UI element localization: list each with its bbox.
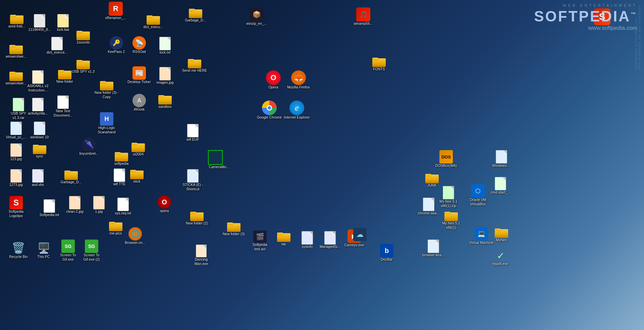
icon-cameramo[interactable]: CameraMo... [206, 150, 232, 169]
icon-sandbox[interactable]: sandbox [152, 94, 178, 109]
icon-firefox[interactable]: 🦊 Mozilla Firefox [285, 70, 312, 89]
icon-recycle-bin[interactable]: 🗑️ Recycle Bin [5, 241, 32, 259]
icon-windows-app[interactable]: Windows-... [488, 150, 515, 168]
icon-cloud[interactable]: ☁ [346, 228, 373, 241]
icon-label: KeePass 2 [108, 50, 125, 54]
icon-dancing-man[interactable]: Dancing Man.exe [188, 245, 215, 266]
icon-new-folder-2[interactable]: New folder (2) [183, 210, 210, 225]
icon-label: sys.req.txt [115, 211, 131, 215]
icon-clean-2jpg[interactable]: clean-2.jpg [61, 196, 88, 214]
opera-icon: O [158, 195, 171, 209]
icon-dict-execut2[interactable]: dict_execut... [44, 37, 70, 55]
icon-send-me[interactable]: Send me HERE [181, 58, 208, 73]
icon-softpedia-test[interactable]: 🎬 Softpedia test.avi [247, 230, 273, 251]
icon-mynes[interactable]: MyNes [488, 227, 515, 242]
icon-screen-to-gif[interactable]: SG Screen To Gif.exe [55, 240, 82, 261]
icon-label: images.jpg [157, 80, 174, 85]
icon-label: Garbage_D... [60, 180, 82, 184]
icon-softpedia-txt[interactable]: Softpedia.txt [36, 199, 63, 217]
file-icon [443, 186, 454, 199]
icon-label: Recycle Bin [9, 255, 28, 259]
icon-desktop-ticker[interactable]: 📰 Desktop Ticker [126, 66, 153, 84]
icon-asio4all[interactable]: ASIO4ALL v2 Instruction... [24, 70, 51, 92]
icon-sys-req-txt[interactable]: sys.req.txt [110, 198, 137, 215]
icon-docbar[interactable]: b DocBar [373, 244, 400, 262]
icon-garbage-d2[interactable]: Garbage_D... [58, 169, 85, 184]
icon-new-folder-3-copy[interactable]: New folder (3) - Copy [93, 80, 120, 99]
icon-this-pc[interactable]: 🖥️ This PC [30, 241, 57, 259]
icon-label: winamp56... [354, 21, 373, 26]
icon-label: Screen To Gif.exe (2) [78, 253, 105, 261]
icon-wtf-euf[interactable]: wtf.EUF [179, 124, 206, 142]
icon-hjsplitexe[interactable]: ✓ hjsplit.exe [487, 250, 514, 266]
icon-label: New folder (2) [186, 221, 208, 225]
icon-label: 1273.jpg [9, 183, 23, 187]
icon-opera[interactable]: O Opera [260, 70, 287, 89]
icon-new-text-doc[interactable]: New Text Document... [50, 95, 76, 117]
icon-label: hjsplit.exe [493, 262, 508, 266]
icon-cmd-start[interactable]: cmd-start_... [487, 177, 514, 195]
icon-dict-execu[interactable]: dict_execu... [140, 14, 167, 29]
icon-vrenamer[interactable]: R vRenamer_... [102, 2, 129, 20]
icon-label: Google Chrome [257, 115, 282, 120]
icon-dosbox[interactable]: DOS DOSBox(WA) [433, 150, 460, 168]
icon-opera2[interactable]: O opera [151, 195, 178, 213]
icon-lock-txt[interactable]: lock.txt [152, 37, 178, 55]
icon-winzip[interactable]: 📦 winzip_en_... [243, 7, 270, 26]
icon-winaerotwe-top[interactable]: winaerotwe... [3, 44, 30, 59]
icon-label: chrome-sea... [418, 211, 439, 215]
icon-browser-kea[interactable]: browser-kea... [420, 240, 447, 257]
icon-akiosk[interactable]: A AKiosk [126, 94, 153, 112]
icon-virtual-pc[interactable]: Virtual_pc_... [3, 122, 30, 139]
icon-label: dict_execut... [47, 50, 67, 55]
icon-images-jpg[interactable]: images.jpg [152, 67, 178, 85]
icon-softpedia-logo[interactable]: S Softpedia Logotipo [3, 196, 30, 218]
app-icon: 🌂 [82, 137, 96, 151]
icon-label: opera [160, 209, 169, 213]
icon-label: Browser.on... [125, 241, 145, 245]
icon-1sounds[interactable]: 1sounds [70, 29, 97, 45]
icon-rssowl[interactable]: 📡 RSSOwl [126, 36, 153, 54]
icon-label: sysinfo [302, 245, 313, 249]
icon-ut2004[interactable]: ut2004 [125, 141, 152, 156]
icon-tinyumbrel[interactable]: 🌂 tinyumbrel... [75, 137, 102, 156]
icon-new-folder-3[interactable]: New folder (3) [220, 221, 247, 236]
icon-11186455[interactable]: 11186455_8... [26, 14, 53, 32]
app-icon: R [109, 2, 123, 16]
opera-icon: O [266, 70, 281, 85]
icon-winamp56[interactable]: 🎵 winamp56... [350, 7, 377, 26]
icon-my-nes-x86[interactable]: My Nes 5.1 x86(1) [438, 210, 465, 229]
icon-label: asd.vbs [32, 183, 44, 187]
icon-lock-bat[interactable]: lock.bat [50, 14, 76, 32]
icon-1-jpg[interactable]: 1.jpg [86, 196, 112, 214]
icon-123-jpg[interactable]: 123.jpg [3, 143, 30, 161]
icon-browseron[interactable]: 🌐 Browser.on... [122, 227, 149, 245]
icon-fonts[interactable]: FONTS [366, 56, 392, 71]
icon-label: softpedia [114, 161, 129, 166]
icon-new-folder[interactable]: New folder [51, 69, 78, 84]
icon-managedsi[interactable]: ManagedSi... [317, 231, 343, 249]
icon-label: sync [36, 154, 43, 158]
folder-icon [158, 94, 172, 105]
file-icon [496, 150, 507, 163]
icon-label: Dancing Man.exe [188, 257, 215, 266]
icon-chrome[interactable]: Google Chrome [256, 101, 283, 120]
icon-asd-vbs[interactable]: asd.vbs [24, 169, 51, 187]
icon-label: My Nes 5.1 x86(1) [438, 221, 465, 229]
icon-junk[interactable]: JUNK [419, 173, 445, 188]
icon-high-logic[interactable]: H High-Logic Scanahand [93, 112, 120, 134]
icon-windows10[interactable]: windows 10 [26, 122, 53, 139]
icon-sync[interactable]: sync [26, 143, 53, 158]
icon-label: 123.jpg [10, 157, 22, 161]
icon-activityzilla[interactable]: activityzilla... [24, 98, 51, 116]
folder-icon [9, 70, 23, 81]
icon-sticka-e[interactable]: STICKA (E) - Shortcut [179, 169, 206, 191]
icon-label: browser-kea... [422, 253, 445, 257]
icon-wp[interactable]: wp [270, 231, 297, 246]
icon-screen-to-gif2[interactable]: SG Screen To Gif.exe (2) [78, 240, 105, 261]
icon-ie[interactable]: e Internet Explorer [283, 101, 310, 120]
folder-icon [190, 210, 204, 221]
icon-garbage-d[interactable]: Garbage_D... [182, 7, 209, 22]
app-icon: DOS [439, 150, 453, 163]
icon-stick[interactable]: stick [123, 169, 150, 184]
